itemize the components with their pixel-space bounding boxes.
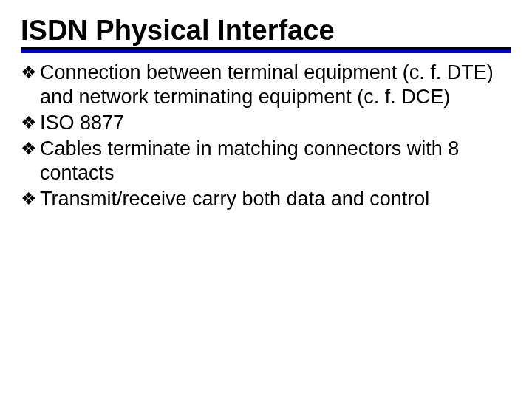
bullet-text: Cables terminate in matching connectors … bbox=[40, 137, 511, 185]
list-item: ❖ Cables terminate in matching connector… bbox=[21, 137, 511, 185]
bullet-text: ISO 8877 bbox=[40, 111, 511, 135]
bullet-text: Transmit/receive carry both data and con… bbox=[40, 187, 511, 211]
slide-body: ❖ Connection between terminal equipment … bbox=[21, 61, 511, 211]
list-item: ❖ Transmit/receive carry both data and c… bbox=[21, 187, 511, 211]
bullet-icon: ❖ bbox=[21, 137, 40, 160]
divider-blue bbox=[21, 50, 511, 53]
bullet-icon: ❖ bbox=[21, 187, 40, 210]
bullet-text: Connection between terminal equipment (c… bbox=[40, 61, 511, 109]
slide-title: ISDN Physical Interface bbox=[21, 16, 511, 46]
bullet-icon: ❖ bbox=[21, 61, 40, 83]
list-item: ❖ Connection between terminal equipment … bbox=[21, 61, 511, 109]
slide: ISDN Physical Interface ❖ Connection bet… bbox=[0, 0, 532, 399]
bullet-icon: ❖ bbox=[21, 111, 40, 134]
list-item: ❖ ISO 8877 bbox=[21, 111, 511, 135]
